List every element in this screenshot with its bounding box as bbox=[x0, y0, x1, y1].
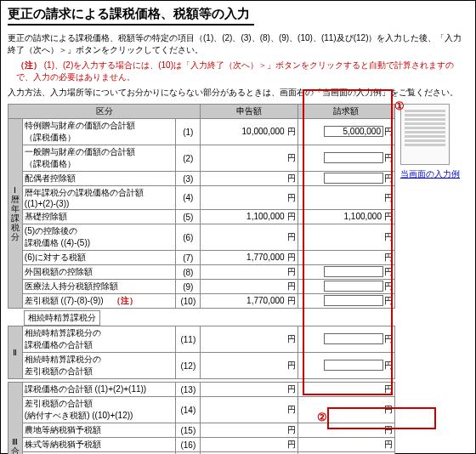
table-row: 農地等納税猶予税額(15)円円 bbox=[8, 423, 395, 438]
row-name: 相続時精算課税分の課税価格の合計額 bbox=[22, 326, 176, 353]
row-number: (8) bbox=[176, 265, 201, 280]
seikyu-input-cell: 円 bbox=[298, 280, 394, 294]
row-number: (2) bbox=[176, 145, 201, 172]
seikyu-input-cell: 円 bbox=[298, 119, 394, 145]
block2-title: 相続時精算課税分 bbox=[24, 310, 100, 326]
seikyu-input[interactable] bbox=[324, 333, 383, 344]
row-name: 差引税額 ((7)-(8)-(9)) （注） bbox=[22, 294, 176, 309]
table-row: Ⅱ相続時精算課税分の課税価格の合計額(11)円円 bbox=[8, 326, 395, 353]
note-text: (1)、(2)を入力する場合には、(10)は「入力終了（次へ）＞」ボタンをクリッ… bbox=[16, 60, 454, 82]
note: （注） (1)、(2)を入力する場合には、(10)は「入力終了（次へ）＞」ボタン… bbox=[16, 60, 468, 83]
table-row: (5)の控除後の課税価格 ((4)-(5))(6)円円 bbox=[8, 224, 395, 251]
shinkoku-value: 円 bbox=[201, 172, 298, 186]
vertical-label: Ⅰ暦年課税分 bbox=[8, 119, 23, 309]
page-title: 更正の請求による課税価格、税額等の入力 bbox=[8, 6, 254, 26]
seikyu-input-cell: 円 bbox=[298, 326, 394, 353]
seikyu-input[interactable] bbox=[324, 295, 383, 306]
shinkoku-value: 円 bbox=[201, 265, 298, 280]
row-name: 株式等納税猶予税額 bbox=[22, 438, 176, 452]
row-number: (9) bbox=[176, 280, 201, 294]
col-seikyu: 請求額 bbox=[298, 105, 394, 119]
row-number: (6) bbox=[176, 224, 201, 251]
table-row: 暦年課税分の課税価格の合計額((1)+(2)-(3))(4)円円 bbox=[8, 186, 395, 210]
example-thumbnail[interactable] bbox=[400, 104, 450, 165]
seikyu-value: 円 bbox=[298, 423, 394, 438]
col-kubun: 区分 bbox=[8, 105, 201, 119]
table-row: (6)に対する税額(7)1,770,000円円 bbox=[8, 251, 395, 265]
row-number: (13) bbox=[176, 383, 201, 397]
seikyu-input[interactable] bbox=[324, 266, 383, 277]
row-name: 配偶者控除額 bbox=[22, 172, 176, 186]
col-shinkoku: 申告額 bbox=[201, 105, 298, 119]
row-name: 暦年課税分の課税価格の合計額((1)+(2)-(3)) bbox=[22, 186, 176, 210]
shinkoku-value: 円 bbox=[201, 186, 298, 210]
table-row: 基礎控除額(5)1,100,000円1,100,000円 bbox=[8, 210, 395, 224]
table-row: 相続時精算課税分の差引税額の合計額(12)円円 bbox=[8, 353, 395, 379]
seikyu-value: 円 bbox=[298, 438, 394, 452]
row-name: (5)の控除後の課税価格 ((4)-(5)) bbox=[22, 224, 176, 251]
row-number: (4) bbox=[176, 186, 201, 210]
shinkoku-value: 円 bbox=[201, 326, 298, 353]
seikyu-value: 円 bbox=[298, 186, 394, 210]
table-row: 配偶者控除額(3)円円 bbox=[8, 172, 395, 186]
seikyu-input-cell: 円 bbox=[298, 294, 394, 309]
table-row: 医療法人持分税額控除額(9)円円 bbox=[8, 280, 395, 294]
seikyu-input-cell: 円 bbox=[298, 353, 394, 379]
row-name: 医療法人持分税額控除額 bbox=[22, 280, 176, 294]
row-name: 特例贈与財産の価額の合計額（課税価格） bbox=[22, 119, 176, 145]
seikyu-input[interactable] bbox=[324, 281, 383, 292]
table-row: Ⅲ合計課税価格の合計額 ((1)+(2)+(11))(13)円円 bbox=[8, 383, 395, 397]
row-number: (1) bbox=[176, 119, 201, 145]
shinkoku-value: 円 bbox=[201, 224, 298, 251]
vertical-label: Ⅲ合計 bbox=[8, 383, 23, 455]
shinkoku-value: 円 bbox=[201, 353, 298, 379]
shinkoku-value: 円 bbox=[201, 280, 298, 294]
seikyu-input-cell: 円 bbox=[298, 145, 394, 172]
row-number: (7) bbox=[176, 251, 201, 265]
shinkoku-value: 円 bbox=[201, 383, 298, 397]
row-number: (10) bbox=[176, 294, 201, 309]
note-label: （注） bbox=[16, 60, 42, 70]
row-name: (6)に対する税額 bbox=[22, 251, 176, 265]
marker-1: ① bbox=[394, 99, 405, 112]
shinkoku-value: 円 bbox=[201, 397, 298, 423]
seikyu-value: 円 bbox=[298, 397, 394, 423]
seikyu-input[interactable] bbox=[324, 152, 383, 163]
row-number: (14) bbox=[176, 397, 201, 423]
data-table: 区分 申告額 請求額 Ⅰ暦年課税分特例贈与財産の価額の合計額（課税価格）(1)1… bbox=[8, 104, 395, 454]
shinkoku-value: 円 bbox=[201, 438, 298, 452]
seikyu-value: 円 bbox=[298, 383, 394, 397]
marker-2: ② bbox=[317, 411, 327, 423]
row-number: (11) bbox=[176, 326, 201, 353]
shinkoku-value: 円 bbox=[201, 423, 298, 438]
row-name: 基礎控除額 bbox=[22, 210, 176, 224]
seikyu-value: 1,100,000円 bbox=[298, 210, 394, 224]
seikyu-input-cell: 円 bbox=[298, 172, 394, 186]
example-link[interactable]: 当画面の入力例 bbox=[400, 169, 460, 179]
seikyu-input[interactable] bbox=[324, 360, 383, 371]
row-number: (5) bbox=[176, 210, 201, 224]
shinkoku-value: 1,770,000円 bbox=[201, 294, 298, 309]
row-name: 相続時精算課税分の差引税額の合計額 bbox=[22, 353, 176, 379]
table-row: 外国税額の控除額(8)円円 bbox=[8, 265, 395, 280]
intro-text: 更正の請求による課税価格、税額等の特定の項目（(1)、(2)、(3)、(8)、(… bbox=[8, 32, 468, 56]
seikyu-value: 円 bbox=[298, 224, 394, 251]
seikyu-input[interactable] bbox=[324, 173, 383, 184]
table-row: 一般贈与財産の価額の合計額（課税価格）(2)円円 bbox=[8, 145, 395, 172]
row-name: 一般贈与財産の価額の合計額（課税価格） bbox=[22, 145, 176, 172]
hint-text: 入力方法、入力場所等についてお分かりにならない部分があるときは、画面右の「当画面… bbox=[8, 87, 468, 99]
table-row: 株式等納税猶予税額(16)円円 bbox=[8, 438, 395, 452]
seikyu-input-cell: 円 bbox=[298, 265, 394, 280]
vertical-label: Ⅱ bbox=[8, 326, 23, 379]
row-number: (3) bbox=[176, 172, 201, 186]
shinkoku-value: 1,770,000円 bbox=[201, 251, 298, 265]
row-number: (12) bbox=[176, 353, 201, 379]
table-row: 差引税額の合計額(納付すべき税額) ((10)+(12))(14)円円 bbox=[8, 397, 395, 423]
row-name: 差引税額の合計額(納付すべき税額) ((10)+(12)) bbox=[22, 397, 176, 423]
table-row: 差引税額 ((7)-(8)-(9)) （注）(10)1,770,000円円 bbox=[8, 294, 395, 309]
seikyu-input[interactable] bbox=[324, 126, 383, 137]
seikyu-value: 円 bbox=[298, 251, 394, 265]
shinkoku-value: 円 bbox=[201, 145, 298, 172]
row-name: 農地等納税猶予税額 bbox=[22, 423, 176, 438]
table-row: Ⅰ暦年課税分特例贈与財産の価額の合計額（課税価格）(1)10,000,000円円 bbox=[8, 119, 395, 145]
